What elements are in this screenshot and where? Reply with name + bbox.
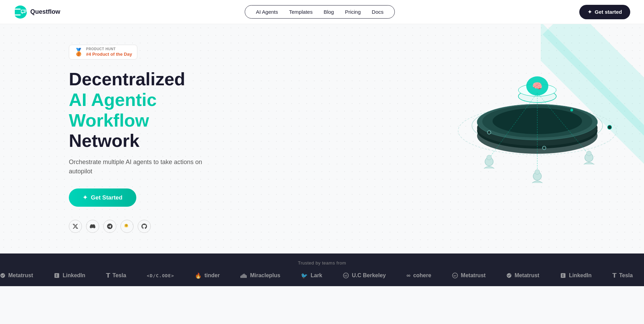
- svg-rect-30: [241, 276, 241, 278]
- svg-text:MT: MT: [454, 275, 457, 277]
- nav-docs[interactable]: Docs: [368, 8, 388, 16]
- ph-label: PRODUCT HUNT: [86, 47, 132, 51]
- nav-templates[interactable]: Templates: [285, 8, 317, 16]
- logo-icon: [14, 6, 27, 19]
- logos-overflow: Metatrust LinkedIn 𝗧 Tesla <D/C.ODE> 🔥 t…: [0, 272, 644, 279]
- svg-point-23: [570, 109, 573, 111]
- badge-text: PRODUCT HUNT #4 Product of the Day: [86, 47, 132, 57]
- ph-text: #4 Product of the Day: [86, 52, 132, 57]
- bottom-section: [0, 286, 644, 324]
- cta-label: Get Started: [91, 194, 123, 201]
- hero-section: 🥉 PRODUCT HUNT #4 Product of the Day Dec…: [0, 24, 644, 253]
- medal-icon: 🥉: [74, 48, 83, 57]
- navbar-cta-label: Get started: [595, 9, 622, 15]
- svg-rect-34: [245, 274, 246, 278]
- svg-rect-32: [243, 274, 243, 278]
- list-item: 🔥 tinder: [195, 272, 220, 279]
- svg-point-20: [608, 125, 612, 129]
- sparkle-icon: ✦: [588, 9, 592, 15]
- hero-content: 🥉 PRODUCT HUNT #4 Product of the Day Dec…: [0, 24, 207, 253]
- hero-title: Decentralized AI Agentic Workflow Networ…: [69, 69, 207, 151]
- hero-subtitle: Orchestrate multiple AI agents to take a…: [69, 158, 207, 176]
- svg-rect-31: [242, 275, 242, 278]
- hero-title-end: Network: [69, 131, 139, 151]
- hero-title-highlight: AI Agentic Workflow: [69, 90, 157, 130]
- trusted-label: Trusted by teams from: [0, 260, 644, 266]
- list-item: LinkedIn: [560, 272, 592, 279]
- telegram-icon[interactable]: [103, 220, 116, 233]
- nav-ai-agents[interactable]: AI Agents: [252, 8, 282, 16]
- list-item: 𝗧 Tesla: [612, 272, 633, 279]
- nav-links: AI Agents Templates Blog Pricing Docs: [245, 5, 395, 19]
- discord-icon[interactable]: [86, 220, 99, 233]
- hugging-face-icon[interactable]: 🤗: [120, 220, 134, 233]
- svg-point-27: [535, 170, 540, 174]
- x-twitter-icon[interactable]: [69, 220, 82, 233]
- svg-point-29: [587, 151, 591, 156]
- cta-sparkle-icon: ✦: [83, 194, 87, 201]
- logos-track: Metatrust LinkedIn 𝗧 Tesla <D/C.ODE> 🔥 t…: [0, 272, 644, 279]
- list-item: LinkedIn: [54, 272, 85, 279]
- svg-text:UC: UC: [344, 274, 348, 277]
- trusted-bar: Trusted by teams from Metatrust LinkedIn…: [0, 253, 644, 286]
- brand-name: Questflow: [30, 8, 60, 15]
- hero-title-plain: Decentralized: [69, 69, 185, 89]
- logo-area[interactable]: Questflow: [14, 6, 60, 19]
- network-illustration: 🧠: [444, 34, 623, 186]
- navbar-get-started-button[interactable]: ✦ Get started: [579, 5, 630, 19]
- svg-point-21: [487, 131, 491, 134]
- list-item: ∞ cohere: [407, 272, 431, 279]
- svg-rect-35: [246, 275, 247, 278]
- svg-point-25: [487, 155, 492, 160]
- svg-rect-33: [244, 274, 244, 278]
- social-links: 🤗: [69, 220, 207, 233]
- list-item: 🐦 Lark: [301, 272, 322, 279]
- questflow-logo-svg: [21, 9, 27, 15]
- product-hunt-badge: 🥉 PRODUCT HUNT #4 Product of the Day: [69, 45, 137, 60]
- list-item: Metatrust: [0, 272, 33, 279]
- hero-illustration: 🧠: [444, 34, 623, 186]
- github-icon[interactable]: [138, 220, 151, 233]
- list-item: Metatrust: [506, 272, 539, 279]
- list-item: MT Metatrust: [452, 272, 486, 279]
- list-item: Miracleplus: [240, 272, 280, 279]
- svg-point-22: [542, 146, 546, 150]
- nav-pricing[interactable]: Pricing: [341, 8, 365, 16]
- list-item: 𝗧 Tesla: [106, 272, 126, 279]
- list-item: UC U.C Berkeley: [343, 272, 386, 279]
- nav-blog[interactable]: Blog: [319, 8, 338, 16]
- list-item: <D/C.ODE>: [147, 273, 174, 278]
- navbar: Questflow AI Agents Templates Blog Prici…: [0, 0, 644, 24]
- svg-text:🤗: 🤗: [124, 224, 128, 228]
- hero-cta-button[interactable]: ✦ Get Started: [69, 188, 136, 207]
- svg-text:🧠: 🧠: [532, 81, 542, 91]
